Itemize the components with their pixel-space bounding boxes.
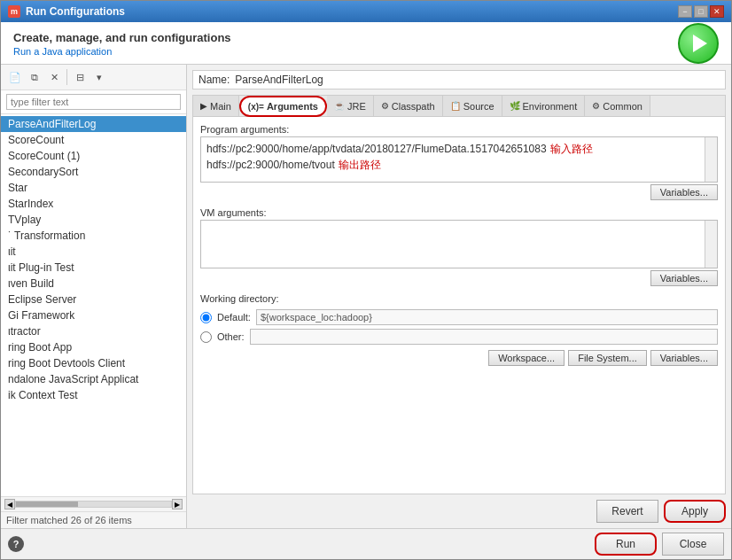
tab-classpath[interactable]: ⚙ Classpath [374, 96, 443, 116]
vm-args-section: VM arguments: Variables... [200, 207, 718, 288]
sidebar-filter [1, 90, 186, 114]
sidebar: 📄 ⧉ ✕ ⊟ ▾ ParseAndFilterLog ScoreCount S… [1, 65, 187, 528]
app-icon: m [8, 5, 20, 18]
tab-main[interactable]: ▶ Main [193, 96, 239, 116]
run-configurations-window: m Run Configurations − □ ✕ Create, manag… [0, 0, 732, 560]
sidebar-scrollbar[interactable]: ◀ ▶ [1, 496, 186, 511]
program-args-variables-button[interactable]: Variables... [650, 184, 718, 200]
help-button[interactable]: ? [8, 536, 24, 552]
working-dir-section: Working directory: Default: Other: Works… [200, 293, 718, 366]
program-arg-line-2: hdfs://pc2:9000/home/tvout 输出路径 [206, 157, 712, 173]
name-row: Name: [192, 70, 726, 89]
close-button[interactable]: Close [662, 533, 724, 556]
new-config-button[interactable]: 📄 [6, 68, 24, 86]
filesystem-button[interactable]: File System... [568, 350, 647, 366]
close-window-button[interactable]: ✕ [710, 5, 724, 18]
program-args-variables-row: Variables... [200, 183, 718, 202]
sidebar-item-iit-plugin[interactable]: ιit Plug-in Test [1, 260, 186, 276]
sidebar-item-ring-boot-devtools[interactable]: ring Boot Devtools Client [1, 355, 186, 371]
toolbar-separator [66, 69, 67, 85]
program-args-container: hdfs://pc2:9000/home/app/tvdata/20180127… [200, 136, 718, 183]
sidebar-item-transformation[interactable]: ˙ Transformation [1, 228, 186, 244]
vm-args-scrollbar[interactable] [705, 221, 717, 268]
other-radio-row: Other: [200, 329, 718, 345]
main-panel: Name: ▶ Main (x)= Arguments ☕ JRE ⚙ [187, 65, 731, 528]
default-radio[interactable] [200, 312, 212, 323]
program-args-scrollbar[interactable] [705, 137, 717, 182]
tab-environment[interactable]: 🌿 Environment [502, 96, 586, 116]
tab-source[interactable]: 📋 Source [443, 96, 502, 116]
sidebar-item-tvplay[interactable]: TVplay [1, 212, 186, 228]
default-dir-input[interactable] [256, 309, 718, 325]
main-tab-icon: ▶ [200, 101, 207, 111]
tab-common[interactable]: ⚙ Common [585, 96, 650, 116]
scrollbar-thumb[interactable] [16, 502, 78, 507]
default-radio-row: Default: [200, 309, 718, 325]
run-button[interactable]: Run [595, 533, 657, 556]
tab-jre-label: JRE [347, 101, 366, 112]
play-triangle-icon [693, 35, 707, 52]
sidebar-item-iven-build[interactable]: ιven Build [1, 276, 186, 292]
program-args-content[interactable]: hdfs://pc2:9000/home/app/tvdata/20180127… [201, 137, 717, 182]
other-dir-input[interactable] [250, 329, 718, 345]
apply-button[interactable]: Apply [664, 500, 726, 523]
sidebar-item-ring-boot-app[interactable]: ring Boot App [1, 339, 186, 355]
sidebar-item-ik-context[interactable]: ik Context Test [1, 387, 186, 403]
tab-content-arguments: Program arguments: hdfs://pc2:9000/home/… [192, 116, 726, 494]
vm-args-variables-button[interactable]: Variables... [650, 270, 718, 286]
tab-arguments-label: Arguments [267, 101, 318, 112]
filter-input[interactable] [6, 94, 181, 110]
collapse-all-button[interactable]: ⊟ [71, 68, 89, 86]
arguments-tab-icon: (x)= [248, 102, 264, 112]
tab-arguments[interactable]: (x)= Arguments [239, 96, 327, 117]
sidebar-item-iit[interactable]: ιit [1, 244, 186, 260]
scrollbar-track[interactable] [15, 501, 172, 508]
play-circle [678, 23, 719, 64]
revert-button[interactable]: Revert [596, 500, 658, 523]
sidebar-item-parseandfilterlog[interactable]: ParseAndFilterLog [1, 116, 186, 132]
classpath-tab-icon: ⚙ [381, 101, 389, 111]
minimize-button[interactable]: − [678, 5, 692, 18]
title-controls: − □ ✕ [678, 5, 724, 18]
sidebar-item-scorecount[interactable]: ScoreCount [1, 132, 186, 148]
sidebar-item-javascript-app[interactable]: ndalone JavaScript Applicat [1, 371, 186, 387]
sidebar-item-secondarysort[interactable]: SecondarySort [1, 164, 186, 180]
copy-config-button[interactable]: ⧉ [26, 68, 43, 86]
name-input[interactable] [235, 74, 720, 86]
delete-config-button[interactable]: ✕ [45, 68, 63, 86]
header: Create, manage, and run configurations R… [1, 22, 731, 65]
sidebar-list: ParseAndFilterLog ScoreCount ScoreCount … [1, 114, 186, 496]
workspace-button[interactable]: Workspace... [488, 350, 565, 366]
filter-config-button[interactable]: ▾ [90, 68, 108, 86]
program-arg-annotation-1: 输入路径 [550, 141, 593, 157]
dir-variables-button[interactable]: Variables... [650, 350, 718, 366]
program-arg-line-1: hdfs://pc2:9000/home/app/tvdata/20180127… [206, 141, 712, 157]
scroll-left-arrow[interactable]: ◀ [4, 499, 15, 509]
environment-tab-icon: 🌿 [510, 101, 520, 111]
vm-args-label: VM arguments: [200, 207, 718, 218]
sidebar-item-itractor[interactable]: ιtractor [1, 323, 186, 339]
other-radio[interactable] [200, 331, 212, 343]
tab-jre[interactable]: ☕ JRE [327, 96, 374, 116]
scroll-right-arrow[interactable]: ▶ [172, 499, 183, 509]
program-arg-path-2: hdfs://pc2:9000/home/tvout [206, 157, 335, 173]
sidebar-item-gi-framework[interactable]: Gi Framework [1, 307, 186, 323]
sidebar-toolbar: 📄 ⧉ ✕ ⊟ ▾ [1, 65, 186, 90]
sidebar-item-starindex[interactable]: StarIndex [1, 196, 186, 212]
tabs-row: ▶ Main (x)= Arguments ☕ JRE ⚙ Classpath … [192, 95, 726, 116]
title-bar: m Run Configurations − □ ✕ [1, 1, 731, 22]
main-content: 📄 ⧉ ✕ ⊟ ▾ ParseAndFilterLog ScoreCount S… [1, 65, 731, 528]
sidebar-item-scorecount1[interactable]: ScoreCount (1) [1, 148, 186, 164]
tab-classpath-label: Classpath [392, 101, 435, 112]
sidebar-item-eclipse-server[interactable]: Eclipse Server [1, 292, 186, 307]
vm-args-container[interactable] [200, 220, 718, 268]
vm-args-variables-row: Variables... [200, 268, 718, 288]
other-radio-label: Other: [217, 331, 245, 342]
maximize-button[interactable]: □ [694, 5, 708, 18]
sidebar-item-star[interactable]: Star [1, 180, 186, 196]
run-shortcut-icon[interactable] [678, 23, 719, 64]
program-args-label: Program arguments: [200, 124, 718, 135]
tab-source-label: Source [463, 101, 494, 112]
tab-common-label: Common [603, 101, 642, 112]
dir-buttons: Workspace... File System... Variables... [200, 350, 718, 366]
